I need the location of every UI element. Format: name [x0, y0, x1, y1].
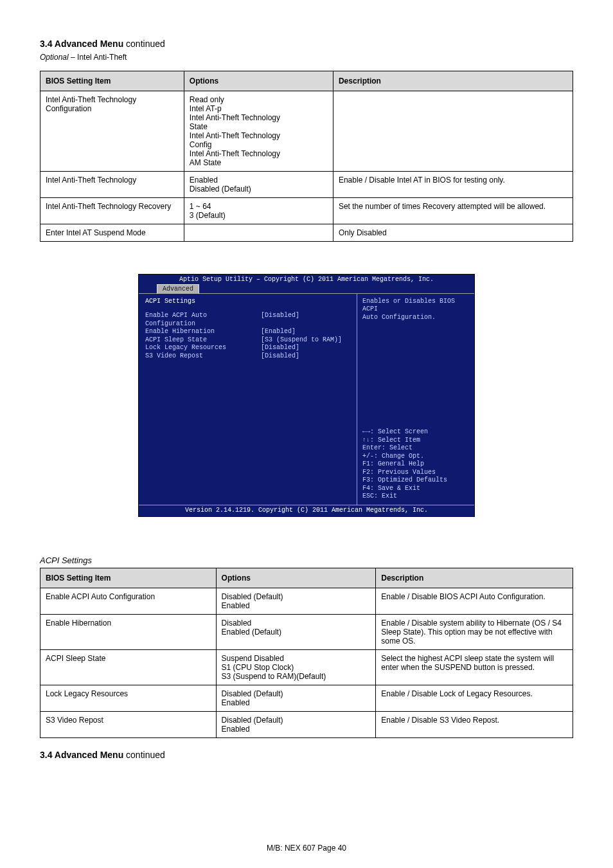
- bios-key-line: ESC: Exit: [362, 493, 469, 501]
- bios-body: ACPI Settings Enable ACPI Auto Configura…: [139, 293, 474, 505]
- bios-key-line: F2: Previous Values: [362, 469, 469, 477]
- bios-left-pane: ACPI Settings Enable ACPI Auto Configura…: [139, 294, 357, 505]
- table-row: Enable ACPI Auto ConfigurationDisabled (…: [40, 588, 573, 615]
- bios-setting-label: S3 Video Repost: [145, 352, 261, 361]
- cell-item: Enter Intel AT Suspend Mode: [40, 224, 184, 242]
- bios-help-line-2: Auto Configuration.: [362, 314, 469, 322]
- bios-help-text: Enables or Disables BIOS ACPI Auto Confi…: [362, 298, 469, 322]
- bios-key-line: ↑↓: Select Item: [362, 437, 469, 445]
- section-subtitle: Optional – Intel Anti-Theft: [40, 53, 573, 62]
- cell-item: Enable Hibernation: [40, 615, 217, 650]
- th-opts: Options: [184, 71, 333, 91]
- cell-desc: Enable / Disable Intel AT in BIOS for te…: [333, 172, 573, 198]
- cell-item: Intel Anti-Theft Technology: [40, 172, 184, 198]
- bios-setting-value: [Disabled]: [261, 312, 299, 328]
- bios-setting-row[interactable]: ACPI Sleep State[S3 (Suspend to RAM)]: [145, 336, 350, 345]
- table-row: Enable HibernationDisabled Enabled (Defa…: [40, 615, 573, 650]
- cell-desc: Enable / Disable Lock of Legacy Resource…: [376, 685, 573, 712]
- bios-key-line: ←→: Select Screen: [362, 428, 469, 437]
- bios-setting-label: ACPI Sleep State: [145, 336, 261, 345]
- th-desc: Description: [376, 568, 573, 588]
- section-footer-prefix: 3.4 Advanced Menu: [40, 750, 123, 760]
- bios-help-line-1: Enables or Disables BIOS ACPI: [362, 298, 469, 314]
- bios-key-line: +/-: Change Opt.: [362, 453, 469, 461]
- bios-setting-row[interactable]: S3 Video Repost[Disabled]: [145, 352, 350, 361]
- subtitle-optional: Optional: [40, 53, 69, 62]
- bios-setting-value: [S3 (Suspend to RAM)]: [261, 336, 342, 345]
- bios-key-line: F3: Optimized Defaults: [362, 476, 469, 485]
- cell-options: Disabled (Default) Enabled: [216, 588, 376, 615]
- table-row: Enter Intel AT Suspend ModeOnly Disabled: [40, 224, 573, 242]
- cell-desc: Set the number of times Recovery attempt…: [333, 198, 573, 224]
- cell-item: Intel Anti-Theft Technology Configuratio…: [40, 91, 184, 172]
- table-header-row: BIOS Setting Item Options Description: [40, 568, 573, 588]
- subtitle-rest: – Intel Anti-Theft: [69, 53, 127, 62]
- bios-right-pane: Enables or Disables BIOS ACPI Auto Confi…: [357, 294, 474, 505]
- anti-theft-table: BIOS Setting Item Options Description In…: [40, 71, 573, 242]
- section-footer: 3.4 Advanced Menu continued: [40, 750, 573, 760]
- bios-setting-value: [Enabled]: [261, 328, 296, 336]
- cell-options: Disabled Enabled (Default): [216, 615, 376, 650]
- bios-screenshot: Aptio Setup Utility – Copyright (C) 2011…: [138, 274, 475, 517]
- bios-setting-value: [Disabled]: [261, 352, 299, 361]
- cell-desc: Select the highest ACPI sleep state the …: [376, 650, 573, 685]
- cell-options: Disabled (Default) Enabled: [216, 712, 376, 738]
- section-header-suffix: continued: [123, 39, 165, 49]
- bios-left-heading: ACPI Settings: [145, 298, 350, 306]
- bios-tab-row: Advanced: [139, 284, 474, 293]
- bios-setting-label: Enable ACPI Auto Configuration: [145, 312, 261, 328]
- cell-item: S3 Video Repost: [40, 712, 217, 738]
- bios-setting-label: Enable Hibernation: [145, 328, 261, 336]
- section-header: 3.4 Advanced Menu continued: [40, 39, 573, 49]
- th-item: BIOS Setting Item: [40, 568, 217, 588]
- table-header-row: BIOS Setting Item Options Description: [40, 71, 573, 91]
- acpi-table: BIOS Setting Item Options Description En…: [40, 568, 573, 738]
- page-footer: M/B: NEX 607 Page 40: [0, 844, 613, 853]
- cell-desc: Enable / Disable system ability to Hiber…: [376, 615, 573, 650]
- bios-titlebar: Aptio Setup Utility – Copyright (C) 2011…: [139, 275, 474, 284]
- cell-item: Enable ACPI Auto Configuration: [40, 588, 217, 615]
- cell-options: Suspend Disabled S1 (CPU Stop Clock) S3 …: [216, 650, 376, 685]
- cell-desc: Only Disabled: [333, 224, 573, 242]
- cell-item: Lock Legacy Resources: [40, 685, 217, 712]
- bios-key-line: F1: General Help: [362, 460, 469, 469]
- page-footer-product: M/B: NEX 607: [267, 844, 317, 853]
- cell-options: [184, 224, 333, 242]
- th-desc: Description: [333, 71, 573, 91]
- table-row: Intel Anti-Theft TechnologyEnabled Disab…: [40, 172, 573, 198]
- bios-footer: Version 2.14.1219. Copyright (C) 2011 Am…: [139, 505, 474, 517]
- table-row: Intel Anti-Theft Technology Recovery1 ~ …: [40, 198, 573, 224]
- cell-options: 1 ~ 64 3 (Default): [184, 198, 333, 224]
- th-opts: Options: [216, 568, 376, 588]
- bios-key-line: Enter: Select: [362, 444, 469, 453]
- th-item: BIOS Setting Item: [40, 71, 184, 91]
- cell-options: Enabled Disabled (Default): [184, 172, 333, 198]
- cell-desc: [333, 91, 573, 172]
- cell-options: Read only Intel AT-p Intel Anti-Theft Te…: [184, 91, 333, 172]
- table-row: S3 Video RepostDisabled (Default) Enable…: [40, 712, 573, 738]
- bios-tab-advanced[interactable]: Advanced: [157, 284, 199, 294]
- bios-key-line: F4: Save & Exit: [362, 485, 469, 493]
- table-row: ACPI Sleep StateSuspend Disabled S1 (CPU…: [40, 650, 573, 685]
- bios-key-legend: ←→: Select Screen↑↓: Select ItemEnter: S…: [362, 428, 469, 501]
- cell-options: Disabled (Default) Enabled: [216, 685, 376, 712]
- bios-setting-row[interactable]: Enable ACPI Auto Configuration[Disabled]: [145, 312, 350, 328]
- bios-setting-row[interactable]: Lock Legacy Resources[Disabled]: [145, 344, 350, 352]
- acpi-section-title: ACPI Settings: [40, 556, 573, 565]
- bios-setting-value: [Disabled]: [261, 344, 299, 352]
- bios-setting-label: Lock Legacy Resources: [145, 344, 261, 352]
- section-footer-suffix: continued: [123, 750, 165, 760]
- cell-item: ACPI Sleep State: [40, 650, 217, 685]
- section-header-prefix: 3.4 Advanced Menu: [40, 39, 123, 49]
- page-footer-page: Page 40: [317, 844, 346, 853]
- cell-item: Intel Anti-Theft Technology Recovery: [40, 198, 184, 224]
- table-row: Lock Legacy ResourcesDisabled (Default) …: [40, 685, 573, 712]
- table-row: Intel Anti-Theft Technology Configuratio…: [40, 91, 573, 172]
- cell-desc: Enable / Disable BIOS ACPI Auto Configur…: [376, 588, 573, 615]
- bios-setting-row[interactable]: Enable Hibernation[Enabled]: [145, 328, 350, 336]
- cell-desc: Enable / Disable S3 Video Repost.: [376, 712, 573, 738]
